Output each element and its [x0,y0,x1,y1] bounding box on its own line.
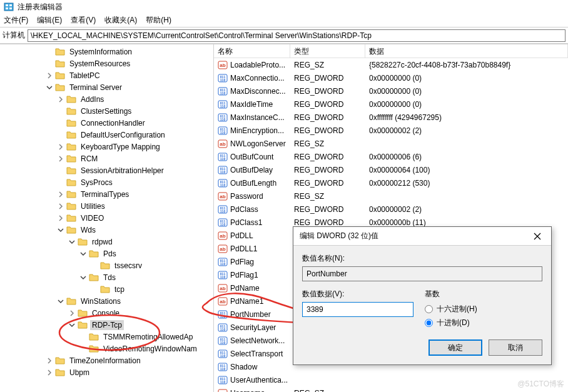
chevron-down-icon[interactable] [45,83,54,92]
dword-value-icon: 011110 [218,336,228,346]
tree-item[interactable]: RCM [0,153,213,164]
tree-item[interactable]: TSMMRemotingAllowedAp [0,331,213,343]
value-row[interactable]: abLoadableProto...REG_SZ{5828227c-20cf-4… [214,58,568,71]
value-row[interactable]: 011110PdClassREG_DWORD0x00000002 (2) [214,203,568,216]
tree-item[interactable]: VIDEO [0,212,213,224]
tree-item[interactable]: tcp [0,283,213,295]
chevron-right-icon[interactable] [56,190,65,199]
tree-item[interactable]: VideoRemotingWindowNam [0,343,213,354]
tree-item[interactable]: SystemInformation [0,46,213,58]
chevron-right-icon[interactable] [45,356,54,365]
value-row[interactable]: 011110MaxDisconnec...REG_DWORD0x00000000… [214,84,568,98]
value-row[interactable]: 011110OutBufCountREG_DWORD0x00000006 (6) [214,150,568,163]
ok-button[interactable]: 确定 [429,339,482,356]
chevron-down-icon[interactable] [79,249,88,258]
tree-item[interactable]: Ubpm [0,366,213,378]
cancel-button[interactable]: 取消 [489,339,542,356]
col-header-name[interactable]: 名称 [214,44,290,58]
radio-hex-input[interactable] [425,305,433,313]
value-row[interactable]: abNWLogonServerREG_SZ [214,137,568,150]
tree-item-label: Terminal Server [68,83,124,93]
menu-edit[interactable]: 编辑(E) [37,15,62,26]
folder-icon [89,332,99,342]
tree-item[interactable]: SysProcs [0,176,213,188]
tree-item[interactable]: RDP-Tcp [0,319,213,331]
chevron-right-icon[interactable] [45,71,54,80]
tree-item[interactable]: TimeZoneInformation [0,354,213,366]
chevron-right-icon[interactable] [56,143,65,151]
value-row[interactable]: 011110MaxInstanceC...REG_DWORD0xffffffff… [214,111,568,124]
tree-item[interactable]: ClusterSettings [0,105,213,117]
menu-bar: 文件(F) 编辑(E) 查看(V) 收藏夹(A) 帮助(H) [0,14,568,28]
tree-item[interactable]: ConnectionHandler [0,117,213,129]
string-value-icon: ab [218,388,228,393]
col-header-data[interactable]: 数据 [365,44,568,58]
menu-file[interactable]: 文件(F) [4,15,28,26]
tree-item[interactable]: AddIns [0,93,213,105]
svg-text:ab: ab [220,286,225,291]
col-header-type[interactable]: 类型 [290,44,365,58]
menu-help[interactable]: 帮助(H) [146,15,171,26]
value-row[interactable]: 011110MinEncryption...REG_DWORD0x0000000… [214,124,568,137]
folder-icon [78,320,88,330]
tree-item[interactable]: Terminal Server [0,81,213,93]
string-value-icon: ab [218,231,228,241]
window-title: 注册表编辑器 [18,2,63,13]
tree-item[interactable]: SessionArbitrationHelper [0,164,213,176]
tree-pane[interactable]: SystemInformationSystemResourcesTabletPC… [0,44,214,392]
address-input[interactable] [28,29,565,42]
chevron-right-icon[interactable] [56,214,65,223]
menu-favorites[interactable]: 收藏夹(A) [104,15,137,26]
dialog-title-text: 编辑 DWORD (32 位)值 [300,231,378,241]
chevron-down-icon[interactable] [56,226,65,234]
menu-view[interactable]: 查看(V) [71,15,96,26]
chevron-right-icon[interactable] [56,154,65,163]
radio-dec-input[interactable] [425,319,433,327]
tree-item[interactable]: Wds [0,224,213,236]
tree-item-label: RDP-Tcp [90,320,124,330]
tree-item[interactable]: tssecsrv [0,259,213,271]
tree-item-label: tssecsrv [113,261,144,271]
tree-item[interactable]: Pds [0,248,213,259]
address-bar: 计算机 [0,28,568,44]
dword-value-icon: 011110 [218,113,228,123]
chevron-down-icon[interactable] [68,321,76,329]
chevron-right-icon[interactable] [56,202,65,211]
value-row[interactable]: 011110OutBufLengthREG_DWORD0x00000212 (5… [214,176,568,189]
chevron-down-icon[interactable] [68,238,76,246]
tree-item[interactable]: TerminalTypes [0,188,213,200]
value-row[interactable]: abPasswordREG_SZ [214,189,568,203]
value-row[interactable]: 011110MaxConnectio...REG_DWORD0x00000000… [214,71,568,84]
tree-item[interactable]: rdpwd [0,236,213,248]
dialog-title-bar[interactable]: 编辑 DWORD (32 位)值 [293,227,551,246]
close-icon[interactable] [525,228,550,245]
value-row[interactable]: 011110MaxIdleTimeREG_DWORD0x00000000 (0) [214,98,568,111]
radio-hex[interactable]: 十六进制(H) [425,302,477,316]
svg-text:110: 110 [220,118,226,121]
value-name-field[interactable] [302,266,542,281]
chevron-right-icon[interactable] [56,95,65,104]
chevron-right-icon[interactable] [68,309,76,318]
value-row[interactable]: 011110UserAuthentica... [214,373,568,386]
value-row[interactable]: abUsernameREG_SZ [214,386,568,392]
tree-item[interactable]: Tds [0,271,213,283]
value-name-label: 数值名称(N): [302,253,542,264]
chevron-down-icon[interactable] [79,273,88,282]
radio-dec[interactable]: 十进制(D) [425,316,477,329]
chevron-down-icon[interactable] [56,297,65,306]
tree-item[interactable]: Utilities [0,200,213,212]
dword-value-icon: 011110 [218,257,228,267]
tree-item[interactable]: TabletPC [0,69,213,81]
chevron-right-icon[interactable] [45,368,54,377]
value-name: MaxInstanceC... [230,113,285,122]
value-data: 0x00000002 (2) [365,126,568,135]
tree-item[interactable]: SystemResources [0,58,213,69]
tree-item[interactable]: Console [0,307,213,319]
tree-item[interactable]: KeyboardType Mapping [0,141,213,153]
tree-item[interactable]: DefaultUserConfiguration [0,129,213,141]
tree-item-label: VideoRemotingWindowNam [101,344,199,354]
tree-item-label: KeyboardType Mapping [79,142,162,152]
value-data-field[interactable] [302,302,413,317]
value-row[interactable]: 011110OutBufDelayREG_DWORD0x00000064 (10… [214,163,568,176]
tree-item[interactable]: WinStations [0,295,213,307]
